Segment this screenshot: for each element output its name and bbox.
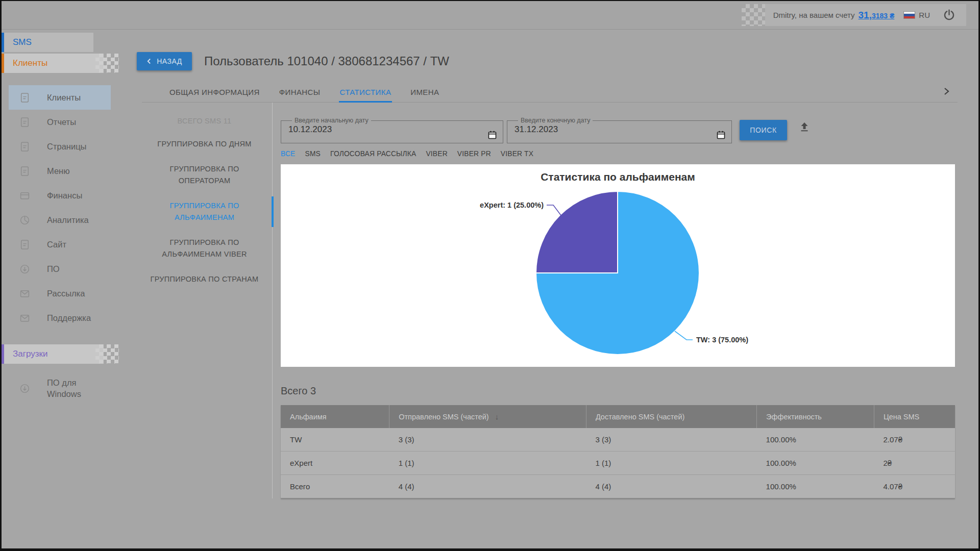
- pie-label-tw: TW: 3 (75.00%): [696, 336, 748, 344]
- russia-flag-icon[interactable]: [903, 11, 915, 19]
- tab-names[interactable]: ИМЕНА: [409, 83, 440, 103]
- language-label[interactable]: RU: [919, 11, 930, 19]
- subnav-group-by-alphanames-viber[interactable]: ГРУППИРОВКА ПО АЛЬФАИМЕНАМ VIBER: [137, 237, 272, 260]
- search-button[interactable]: ПОИСК: [740, 120, 787, 140]
- balance-fraction: 3183 ₴: [872, 12, 894, 20]
- total-sms-label: ВСЕГО SMS 11: [137, 117, 272, 125]
- top-bar: Dmitry, на вашем счету 31, 3183 ₴ RU: [2, 1, 978, 30]
- cell-alphaname: TW: [281, 428, 389, 452]
- sidebar: SMS Клиенты Клиенты Отчеты: [2, 30, 124, 548]
- sidebar-section-clients[interactable]: Клиенты: [2, 54, 104, 73]
- sidebar-item-analytics[interactable]: Аналитика: [9, 208, 111, 232]
- user-account-block: Dmitry, на вашем счету 31, 3183 ₴ RU: [765, 4, 966, 26]
- cell-price: 2.07₴: [874, 428, 955, 452]
- column-header-sent[interactable]: Отправлено SMS (частей) ↓: [389, 405, 586, 428]
- table-total-heading: Всего 3: [281, 385, 955, 397]
- page-title: Пользователь 101040 / 380681234567 / TW: [204, 54, 449, 68]
- sidebar-item-menu[interactable]: Меню: [9, 159, 111, 183]
- sidebar-item-mailing[interactable]: Рассылка: [9, 281, 111, 306]
- sidebar-item-pages[interactable]: Страницы: [9, 134, 111, 159]
- sidebar-item-site[interactable]: Сайт: [9, 232, 111, 257]
- subnav-group-by-operators[interactable]: ГРУППИРОВКА ПО ОПЕРАТОРАМ: [137, 163, 272, 187]
- cell-delivered: 3 (3): [586, 428, 756, 452]
- tab-finance[interactable]: ФИНАНСЫ: [278, 83, 322, 103]
- end-date-calendar-button[interactable]: [717, 131, 725, 139]
- table-header-row: Альфаимя Отправлено SMS (частей) ↓ Доста…: [281, 405, 955, 428]
- cell-sent: 1 (1): [389, 452, 586, 475]
- subnav-group-by-days[interactable]: ГРУППИРОВКА ПО ДНЯМ: [137, 138, 272, 150]
- end-date-field[interactable]: Введите конечную дату 31.12.2023: [507, 117, 732, 143]
- pie-chart-icon: [19, 215, 30, 226]
- pixel-decoration: [742, 4, 765, 26]
- callout-line-expert: [547, 205, 561, 215]
- filter-sms[interactable]: SMS: [305, 150, 321, 158]
- column-header-alphaname[interactable]: Альфаимя: [281, 405, 389, 428]
- pie-slice-expert[interactable]: [536, 191, 618, 273]
- column-header-delivered[interactable]: Доставлено SMS (частей): [586, 405, 756, 428]
- chart-panel: Статистика по альфаименам eXpert: 1 (25.…: [281, 164, 955, 367]
- tabs-bar: ОБЩАЯ ИНФОРМАЦИЯ ФИНАНСЫ СТАТИСТИКА ИМЕН…: [137, 83, 958, 103]
- balance-link[interactable]: 31, 3183 ₴: [859, 10, 895, 21]
- sidebar-item-support[interactable]: Поддержка: [9, 306, 111, 330]
- end-date-label: Введите конечную дату: [518, 117, 593, 124]
- document-icon: [19, 239, 30, 250]
- sidebar-item-clients[interactable]: Клиенты: [9, 85, 111, 110]
- cell-sent: 3 (3): [389, 428, 586, 452]
- date-filter-row: Введите начальную дату 10.12.2023 Введит…: [281, 117, 955, 143]
- filter-viber-tx[interactable]: VIBER TX: [501, 150, 533, 158]
- app-window: Dmitry, на вашем счету 31, 3183 ₴ RU SMS…: [0, 0, 980, 551]
- sidebar-item-label: Клиенты: [47, 93, 81, 103]
- sidebar-item-label: Страницы: [47, 142, 86, 152]
- cell-efficiency: 100.00%: [757, 452, 874, 475]
- sidebar-section-downloads[interactable]: Загрузки: [2, 344, 104, 364]
- tab-general-info[interactable]: ОБЩАЯ ИНФОРМАЦИЯ: [168, 83, 261, 103]
- start-date-value[interactable]: 10.12.2023: [288, 124, 496, 135]
- start-date-calendar-button[interactable]: [488, 131, 497, 139]
- filter-voice[interactable]: ГОЛОСОВАЯ РАССЫЛКА: [330, 150, 416, 158]
- tab-statistics[interactable]: СТАТИСТИКА: [339, 83, 393, 103]
- sidebar-item-software[interactable]: ПО: [9, 257, 111, 281]
- filter-all[interactable]: ВСЕ: [281, 150, 296, 158]
- column-header-price[interactable]: Цена SMS: [874, 405, 955, 428]
- sidebar-item-label: Аналитика: [47, 215, 89, 225]
- main-content: НАЗАД Пользователь 101040 / 380681234567…: [137, 30, 966, 498]
- calendar-icon: [488, 131, 497, 139]
- export-upload-button[interactable]: [798, 121, 811, 133]
- sidebar-item-windows-software[interactable]: ПО для Windows: [9, 377, 111, 400]
- channel-filter-row: ВСЕ SMS ГОЛОСОВАЯ РАССЫЛКА VIBER VIBER P…: [281, 150, 955, 158]
- pixel-decoration: [95, 344, 119, 364]
- document-icon: [19, 141, 30, 152]
- statistics-body: ВСЕГО SMS 11 ГРУППИРОВКА ПО ДНЯМ ГРУППИР…: [137, 103, 966, 498]
- cell-price: 2₴: [874, 452, 955, 475]
- sidebar-item-label: Сайт: [47, 240, 66, 249]
- sidebar-section-label: SMS: [13, 37, 32, 47]
- wallet-icon: [19, 190, 30, 201]
- sidebar-section-sms[interactable]: SMS: [2, 33, 93, 52]
- sidebar-item-finance[interactable]: Финансы: [9, 183, 111, 208]
- sidebar-item-reports[interactable]: Отчеты: [9, 110, 111, 134]
- back-button[interactable]: НАЗАД: [137, 52, 192, 70]
- cell-efficiency: 100.00%: [757, 428, 874, 452]
- subnav-group-by-alphanames[interactable]: ГРУППИРОВКА ПО АЛЬФАИМЕНАМ: [137, 200, 272, 223]
- document-icon: [19, 92, 30, 103]
- start-date-field[interactable]: Введите начальную дату 10.12.2023: [281, 117, 503, 143]
- filter-viber-pr[interactable]: VIBER PR: [457, 150, 491, 158]
- user-greeting: Dmitry, на вашем счету: [773, 11, 855, 19]
- end-date-value[interactable]: 31.12.2023: [514, 124, 724, 135]
- subnav-group-by-countries[interactable]: ГРУППИРОВКА ПО СТРАНАМ: [137, 273, 272, 285]
- sidebar-item-label: Рассылка: [47, 289, 85, 298]
- balance-main: 31,: [859, 10, 872, 21]
- filter-viber[interactable]: VIBER: [426, 150, 447, 158]
- cell-alphaname: eXpert: [281, 452, 389, 475]
- column-header-sent-label: Отправлено SMS (частей): [399, 413, 489, 421]
- logout-power-button[interactable]: [942, 8, 956, 22]
- column-header-efficiency[interactable]: Эффективность: [757, 405, 874, 428]
- alphaname-stats-table: Альфаимя Отправлено SMS (частей) ↓ Доста…: [281, 405, 955, 498]
- tabs-scroll-right-button[interactable]: [943, 87, 949, 95]
- download-circle-icon: [19, 383, 30, 394]
- envelope-icon: [19, 288, 30, 299]
- download-circle-icon: [19, 264, 30, 274]
- document-icon: [19, 166, 30, 177]
- envelope-icon: [19, 313, 30, 323]
- callout-line-tw: [675, 331, 693, 340]
